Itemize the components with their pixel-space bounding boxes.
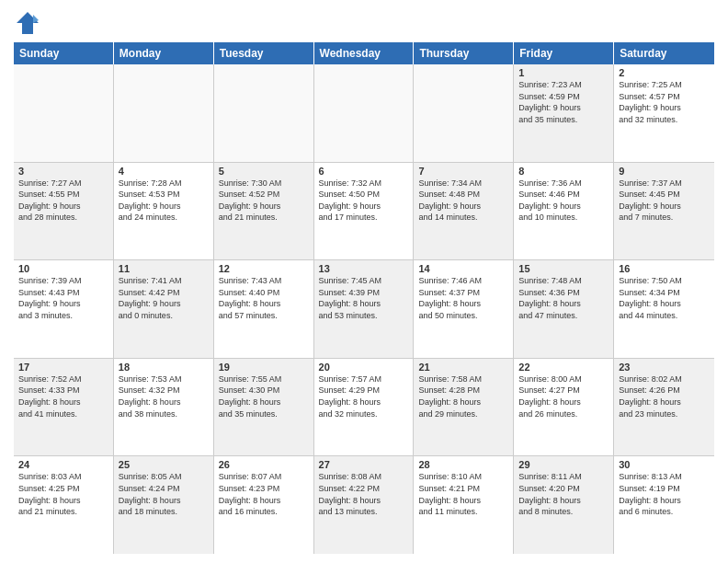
day-number: 28 [418, 459, 508, 470]
day-number: 12 [219, 263, 309, 274]
day-detail: Sunrise: 7:30 AM Sunset: 4:52 PM Dayligh… [219, 178, 309, 224]
day-detail: Sunrise: 7:45 AM Sunset: 4:39 PM Dayligh… [319, 275, 409, 321]
day-detail: Sunrise: 8:00 AM Sunset: 4:27 PM Dayligh… [518, 373, 609, 419]
cal-cell-4-5: 29Sunrise: 8:11 AM Sunset: 4:20 PM Dayli… [514, 456, 614, 554]
day-detail: Sunrise: 8:03 AM Sunset: 4:25 PM Dayligh… [18, 471, 108, 517]
cal-cell-1-3: 6Sunrise: 7:32 AM Sunset: 4:50 PM Daylig… [314, 163, 415, 260]
day-detail: Sunrise: 7:41 AM Sunset: 4:42 PM Dayligh… [119, 275, 209, 321]
day-detail: Sunrise: 7:34 AM Sunset: 4:48 PM Dayligh… [418, 178, 508, 224]
calendar: SundayMondayTuesdayWednesdayThursdayFrid… [14, 42, 714, 554]
calendar-header: SundayMondayTuesdayWednesdayThursdayFrid… [14, 42, 714, 64]
day-number: 13 [319, 263, 409, 274]
day-detail: Sunrise: 7:37 AM Sunset: 4:45 PM Dayligh… [619, 178, 710, 224]
day-number: 9 [619, 166, 710, 177]
cal-cell-2-4: 14Sunrise: 7:46 AM Sunset: 4:37 PM Dayli… [414, 260, 514, 358]
day-detail: Sunrise: 7:27 AM Sunset: 4:55 PM Dayligh… [18, 178, 108, 224]
cal-cell-3-3: 20Sunrise: 7:57 AM Sunset: 4:29 PM Dayli… [314, 359, 415, 456]
cal-cell-0-2 [214, 64, 314, 162]
day-number: 4 [119, 166, 209, 177]
day-detail: Sunrise: 7:32 AM Sunset: 4:50 PM Dayligh… [319, 178, 409, 224]
cal-cell-2-6: 16Sunrise: 7:50 AM Sunset: 4:34 PM Dayli… [614, 260, 714, 358]
header-day-friday: Friday [514, 42, 614, 64]
day-detail: Sunrise: 7:53 AM Sunset: 4:32 PM Dayligh… [119, 373, 209, 419]
cal-cell-1-2: 5Sunrise: 7:30 AM Sunset: 4:52 PM Daylig… [214, 163, 314, 260]
cal-cell-0-1 [114, 64, 214, 162]
cal-cell-4-6: 30Sunrise: 8:13 AM Sunset: 4:19 PM Dayli… [614, 456, 714, 554]
calendar-row-1: 3Sunrise: 7:27 AM Sunset: 4:55 PM Daylig… [14, 163, 714, 261]
header-day-saturday: Saturday [614, 42, 714, 64]
day-number: 8 [518, 166, 609, 177]
day-number: 1 [518, 67, 609, 78]
day-number: 21 [418, 362, 508, 373]
day-detail: Sunrise: 7:52 AM Sunset: 4:33 PM Dayligh… [18, 373, 108, 419]
cal-cell-0-6: 2Sunrise: 7:25 AM Sunset: 4:57 PM Daylig… [614, 64, 714, 162]
day-detail: Sunrise: 8:11 AM Sunset: 4:20 PM Dayligh… [518, 471, 609, 517]
day-detail: Sunrise: 8:07 AM Sunset: 4:23 PM Dayligh… [219, 471, 309, 517]
day-number: 25 [119, 459, 209, 470]
day-number: 20 [319, 362, 409, 373]
cal-cell-1-5: 8Sunrise: 7:36 AM Sunset: 4:46 PM Daylig… [514, 163, 614, 260]
day-number: 11 [119, 263, 209, 274]
header-day-tuesday: Tuesday [214, 42, 314, 64]
cal-cell-0-5: 1Sunrise: 7:23 AM Sunset: 4:59 PM Daylig… [514, 64, 614, 162]
day-number: 18 [119, 362, 209, 373]
day-number: 24 [18, 459, 108, 470]
cal-cell-3-4: 21Sunrise: 7:58 AM Sunset: 4:28 PM Dayli… [414, 359, 514, 456]
day-number: 27 [319, 459, 409, 470]
day-detail: Sunrise: 8:13 AM Sunset: 4:19 PM Dayligh… [619, 471, 710, 517]
day-detail: Sunrise: 7:55 AM Sunset: 4:30 PM Dayligh… [219, 373, 309, 419]
day-number: 14 [418, 263, 508, 274]
cal-cell-3-0: 17Sunrise: 7:52 AM Sunset: 4:33 PM Dayli… [14, 359, 114, 456]
cal-cell-1-1: 4Sunrise: 7:28 AM Sunset: 4:53 PM Daylig… [114, 163, 214, 260]
day-detail: Sunrise: 7:50 AM Sunset: 4:34 PM Dayligh… [619, 275, 710, 321]
cal-cell-0-0 [14, 64, 114, 162]
cal-cell-3-2: 19Sunrise: 7:55 AM Sunset: 4:30 PM Dayli… [214, 359, 314, 456]
cal-cell-4-2: 26Sunrise: 8:07 AM Sunset: 4:23 PM Dayli… [214, 456, 314, 554]
page: SundayMondayTuesdayWednesdayThursdayFrid… [0, 0, 728, 563]
day-detail: Sunrise: 8:05 AM Sunset: 4:24 PM Dayligh… [119, 471, 209, 517]
calendar-row-3: 17Sunrise: 7:52 AM Sunset: 4:33 PM Dayli… [14, 359, 714, 457]
day-number: 19 [219, 362, 309, 373]
cal-cell-2-1: 11Sunrise: 7:41 AM Sunset: 4:42 PM Dayli… [114, 260, 214, 358]
cal-cell-2-3: 13Sunrise: 7:45 AM Sunset: 4:39 PM Dayli… [314, 260, 415, 358]
day-number: 30 [619, 459, 710, 470]
day-number: 23 [619, 362, 710, 373]
day-number: 15 [518, 263, 609, 274]
cal-cell-3-6: 23Sunrise: 8:02 AM Sunset: 4:26 PM Dayli… [614, 359, 714, 456]
header-day-monday: Monday [114, 42, 214, 64]
day-detail: Sunrise: 7:25 AM Sunset: 4:57 PM Dayligh… [619, 79, 710, 125]
day-number: 7 [418, 166, 508, 177]
day-detail: Sunrise: 8:02 AM Sunset: 4:26 PM Dayligh… [619, 373, 710, 419]
day-detail: Sunrise: 7:28 AM Sunset: 4:53 PM Dayligh… [119, 178, 209, 224]
day-detail: Sunrise: 7:36 AM Sunset: 4:46 PM Dayligh… [518, 178, 609, 224]
cal-cell-1-0: 3Sunrise: 7:27 AM Sunset: 4:55 PM Daylig… [14, 163, 114, 260]
day-number: 16 [619, 263, 710, 274]
cal-cell-0-4 [414, 64, 514, 162]
day-detail: Sunrise: 8:10 AM Sunset: 4:21 PM Dayligh… [418, 471, 508, 517]
logo [14, 9, 45, 37]
day-detail: Sunrise: 7:58 AM Sunset: 4:28 PM Dayligh… [418, 373, 508, 419]
day-detail: Sunrise: 7:57 AM Sunset: 4:29 PM Dayligh… [319, 373, 409, 419]
cal-cell-2-5: 15Sunrise: 7:48 AM Sunset: 4:36 PM Dayli… [514, 260, 614, 358]
calendar-row-4: 24Sunrise: 8:03 AM Sunset: 4:25 PM Dayli… [14, 456, 714, 554]
day-detail: Sunrise: 7:48 AM Sunset: 4:36 PM Dayligh… [518, 275, 609, 321]
day-detail: Sunrise: 7:39 AM Sunset: 4:43 PM Dayligh… [18, 275, 108, 321]
header-day-thursday: Thursday [414, 42, 514, 64]
cal-cell-4-0: 24Sunrise: 8:03 AM Sunset: 4:25 PM Dayli… [14, 456, 114, 554]
cal-cell-1-4: 7Sunrise: 7:34 AM Sunset: 4:48 PM Daylig… [414, 163, 514, 260]
cal-cell-4-1: 25Sunrise: 8:05 AM Sunset: 4:24 PM Dayli… [114, 456, 214, 554]
header [14, 9, 714, 37]
day-number: 10 [18, 263, 108, 274]
day-number: 26 [219, 459, 309, 470]
day-number: 29 [518, 459, 609, 470]
cal-cell-2-0: 10Sunrise: 7:39 AM Sunset: 4:43 PM Dayli… [14, 260, 114, 358]
day-detail: Sunrise: 7:23 AM Sunset: 4:59 PM Dayligh… [518, 79, 609, 125]
header-day-sunday: Sunday [14, 42, 114, 64]
header-day-wednesday: Wednesday [314, 42, 415, 64]
day-detail: Sunrise: 7:46 AM Sunset: 4:37 PM Dayligh… [418, 275, 508, 321]
cal-cell-2-2: 12Sunrise: 7:43 AM Sunset: 4:40 PM Dayli… [214, 260, 314, 358]
day-number: 22 [518, 362, 609, 373]
cal-cell-1-6: 9Sunrise: 7:37 AM Sunset: 4:45 PM Daylig… [614, 163, 714, 260]
day-number: 3 [18, 166, 108, 177]
calendar-row-2: 10Sunrise: 7:39 AM Sunset: 4:43 PM Dayli… [14, 260, 714, 359]
